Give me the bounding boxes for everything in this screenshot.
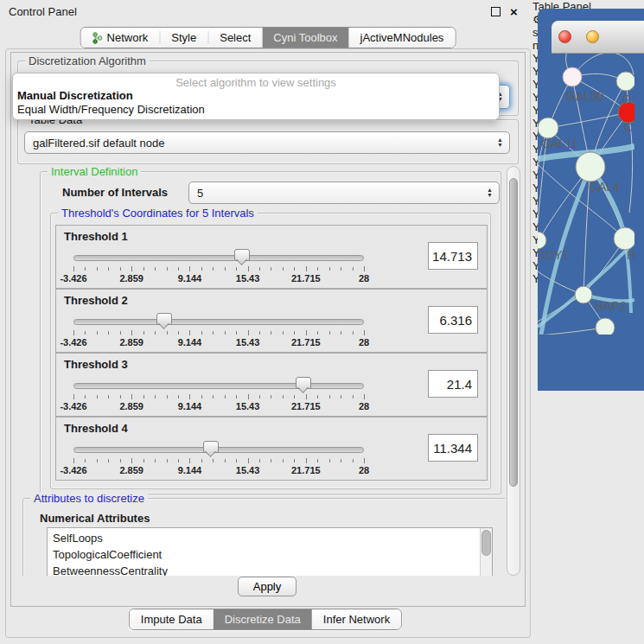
slider-tick xyxy=(353,267,354,271)
slider-track[interactable] xyxy=(73,447,364,453)
dropdown-item-manual-discretization[interactable]: Manual Discretization xyxy=(13,89,499,103)
dropdown-placeholder-item[interactable]: Select algorithm to view settings xyxy=(13,73,499,89)
network-node-pink[interactable] xyxy=(563,67,582,86)
group-title-thresholds: Threshold's Coordinates for 5 Intervals xyxy=(58,207,258,220)
apply-button[interactable]: Apply xyxy=(238,577,297,596)
threshold-slider[interactable]: -3.4262.8599.14415.4321.71528 xyxy=(73,376,364,414)
network-canvas[interactable]: GAL80GCGAL11GAL4GCY1HHAP2 xyxy=(538,9,644,337)
network-node-green[interactable] xyxy=(538,232,546,249)
slider-thumb[interactable] xyxy=(296,377,311,389)
table-data-combobox[interactable]: galFiltered.sif default node ▲▼ xyxy=(24,131,510,154)
slider-tick xyxy=(259,267,260,271)
attribute-list-item[interactable]: SelfLoops xyxy=(53,530,492,546)
num-intervals-combobox[interactable]: 5 ▲▼ xyxy=(188,182,500,204)
tab-jactivemnodules[interactable]: jActiveMNodules xyxy=(349,28,456,48)
slider-tick xyxy=(97,459,98,462)
slider-tick xyxy=(189,458,190,463)
network-node-green[interactable] xyxy=(575,286,592,303)
threshold-slider[interactable]: -3.4262.8599.14415.4321.71528 xyxy=(73,312,364,350)
slider-track[interactable] xyxy=(73,319,364,325)
numerical-attributes-label: Numerical Attributes xyxy=(40,512,150,525)
threshold-slider[interactable]: -3.4262.8599.14415.4321.71528 xyxy=(73,248,364,286)
slider-tick xyxy=(189,394,190,399)
network-window-titlebar[interactable] xyxy=(552,21,644,54)
slider-tick xyxy=(306,458,307,463)
network-edge[interactable] xyxy=(548,112,628,128)
network-node-green[interactable] xyxy=(538,118,558,138)
threshold-label: Threshold 2 xyxy=(64,294,128,307)
network-node-green[interactable] xyxy=(616,72,634,91)
threshold-label: Threshold 1 xyxy=(64,230,128,243)
threshold-value-field[interactable]: 14.713 xyxy=(428,242,478,270)
network-window-frame[interactable]: GAL80GCGAL11GAL4GCY1HHAP2 xyxy=(538,9,644,391)
list-scrollbar[interactable] xyxy=(480,528,492,576)
network-node-green[interactable] xyxy=(614,227,634,250)
slider-tick xyxy=(167,395,168,399)
slider-tick xyxy=(155,395,156,399)
threshold-value-field[interactable]: 21.4 xyxy=(428,370,478,398)
slider-tick xyxy=(283,267,284,271)
slider-tick-label: -3.426 xyxy=(60,337,86,348)
slider-tick xyxy=(353,395,354,399)
slider-tick xyxy=(259,459,260,462)
slider-tick xyxy=(201,331,202,335)
slider-tick xyxy=(341,459,341,462)
network-node-green[interactable] xyxy=(596,318,615,335)
network-edge[interactable] xyxy=(538,328,605,335)
table-data-combobox-value: galFiltered.sif default node xyxy=(33,137,164,150)
slider-tick xyxy=(85,459,86,462)
tab-infer-network[interactable]: Infer Network xyxy=(312,609,401,629)
attribute-list-item[interactable]: BetweennessCentrality xyxy=(53,563,492,576)
slider-tick xyxy=(283,331,284,335)
slider-tick xyxy=(178,395,179,399)
slider-tick-label: 2.859 xyxy=(119,273,143,284)
slider-tick xyxy=(294,267,295,271)
slider-tick xyxy=(306,394,307,399)
slider-track[interactable] xyxy=(73,383,364,389)
threshold-slider[interactable]: -3.4262.8599.14415.4321.71528 xyxy=(73,440,364,478)
slider-tick xyxy=(131,266,132,271)
tab-cyni-toolbox[interactable]: Cyni Toolbox xyxy=(262,28,348,48)
slider-tick xyxy=(143,395,144,399)
tab-select[interactable]: Select xyxy=(208,28,262,48)
slider-tick xyxy=(248,266,249,271)
network-node-green[interactable] xyxy=(576,152,605,182)
slider-tick xyxy=(85,267,86,271)
panel-scrollbar-thumb[interactable] xyxy=(509,178,518,487)
slider-tick-label: 21.715 xyxy=(291,401,321,411)
combo-stepper-icon: ▲▼ xyxy=(497,137,503,148)
float-window-icon[interactable] xyxy=(491,7,501,16)
combo-stepper-icon: ▲▼ xyxy=(487,188,493,198)
threshold-label: Threshold 4 xyxy=(64,422,128,435)
zoom-window-icon[interactable] xyxy=(613,30,626,43)
slider-tick xyxy=(143,267,144,271)
tab-discretize-data[interactable]: Discretize Data xyxy=(214,609,312,629)
slider-track[interactable] xyxy=(73,255,364,261)
dropdown-item-equal-width-frequency[interactable]: Equal Width/Frequency Discretization xyxy=(13,103,499,117)
attribute-list-item[interactable]: TopologicalCoefficient xyxy=(53,546,492,563)
tab-impute-data[interactable]: Impute Data xyxy=(130,609,214,629)
tab-network[interactable]: Network xyxy=(81,28,160,48)
slider-tick xyxy=(341,331,341,335)
slider-tick xyxy=(271,459,271,462)
close-icon[interactable]: × xyxy=(510,6,518,17)
slider-thumb[interactable] xyxy=(203,441,219,453)
slider-tick xyxy=(329,395,330,399)
slider-tick xyxy=(317,395,318,399)
panel-title: Control Panel xyxy=(9,5,77,18)
threshold-value-field[interactable]: 11.344 xyxy=(428,434,478,462)
list-scrollbar-thumb[interactable] xyxy=(481,530,491,556)
minimize-window-icon[interactable] xyxy=(586,30,599,43)
slider-thumb[interactable] xyxy=(156,313,172,325)
slider-tick xyxy=(294,395,295,399)
network-node-label: HAP2 xyxy=(595,299,627,313)
panel-scrollbar[interactable] xyxy=(507,166,520,576)
slider-tick xyxy=(178,267,179,271)
threshold-value-field[interactable]: 6.316 xyxy=(428,306,478,334)
close-window-icon[interactable] xyxy=(558,30,571,43)
group-title-interval-definition: Interval Definition xyxy=(48,166,141,178)
numerical-attributes-list[interactable]: SelfLoopsTopologicalCoefficientBetweenne… xyxy=(47,527,493,576)
slider-tick xyxy=(108,459,109,462)
tab-style[interactable]: Style xyxy=(160,28,207,48)
slider-thumb[interactable] xyxy=(234,249,250,261)
